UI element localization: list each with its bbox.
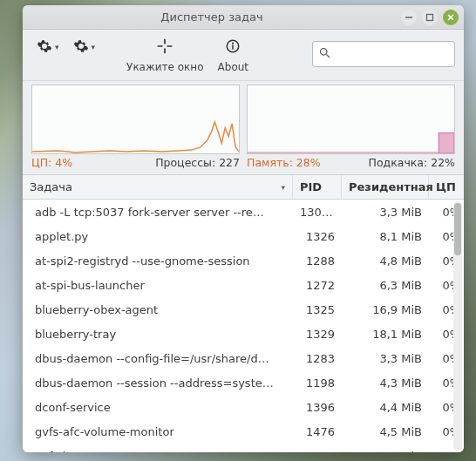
table-row[interactable]: applet.py13268,1 MiB0%	[23, 224, 464, 248]
cpu-graph	[31, 85, 240, 154]
cell-task: gvfs-afc-volume-monitor	[23, 425, 293, 438]
close-button[interactable]	[443, 10, 459, 25]
select-window-button[interactable]: Укажите окно	[121, 35, 209, 73]
cell-memory: 18,1 MiB	[342, 328, 429, 341]
chevron-down-icon: ▾	[92, 43, 96, 51]
search-icon	[318, 46, 331, 62]
cell-pid: 1272	[293, 279, 342, 292]
svg-point-11	[321, 49, 328, 56]
column-cpu[interactable]: ЦП	[429, 175, 464, 199]
cell-memory: 4,3 MiB	[342, 376, 429, 390]
about-label: About	[218, 61, 248, 73]
cell-memory: 8,1 MiB	[342, 230, 429, 243]
about-button[interactable]: About	[213, 35, 254, 73]
memory-stat: Память: 28%	[247, 156, 321, 169]
cell-pid: 1325	[293, 303, 342, 316]
svg-rect-10	[233, 44, 235, 49]
search-field[interactable]	[312, 41, 455, 67]
cell-memory: 5,5 MiB	[342, 450, 429, 453]
cell-memory: 4,4 MiB	[342, 401, 429, 414]
column-memory[interactable]: Резидентная	[342, 175, 429, 199]
crosshair-icon	[156, 37, 173, 58]
cell-task: dconf-service	[23, 401, 293, 414]
cell-pid: 1476	[293, 425, 342, 438]
cell-pid: 13048	[293, 206, 342, 219]
scrollbar-thumb[interactable]	[454, 203, 461, 255]
table-row[interactable]: blueberry-obex-agent132516,9 MiB0%	[23, 297, 464, 322]
cell-pid: 1288	[293, 254, 342, 268]
cell-task: blueberry-obex-agent	[23, 303, 293, 316]
cell-memory: 4,8 MiB	[342, 254, 429, 268]
swap-stat: Подкачка: 22%	[369, 156, 456, 169]
info-icon	[225, 38, 241, 57]
svg-point-9	[232, 42, 234, 44]
cell-pid: 1396	[293, 401, 342, 414]
table-row[interactable]: at-spi2-registryd --use-gnome-session128…	[23, 248, 464, 273]
process-count: Процессы: 227	[155, 156, 240, 169]
column-pid[interactable]: PID	[293, 175, 342, 199]
task-manager-window: Диспетчер задач ▾ ▾	[23, 5, 464, 452]
stats-bar: ЦП: 4% Процессы: 227 Память: 28% Подкачк…	[23, 154, 464, 175]
maximize-button[interactable]	[422, 10, 438, 25]
table-row[interactable]: dconf-service13964,4 MiB0%	[23, 395, 464, 419]
cpu-stat: ЦП: 4%	[31, 156, 72, 169]
svg-rect-13	[439, 133, 454, 153]
gear-icon	[73, 38, 89, 57]
process-list: adb -L tcp:5037 fork-server server --re……	[23, 200, 464, 452]
table-row[interactable]: gvfsd12755,5 MiB0%	[23, 444, 464, 452]
cell-task: dbus-daemon --session --address=syste…	[23, 376, 293, 390]
cell-pid: 1283	[293, 352, 342, 365]
cell-pid: 1198	[293, 376, 342, 390]
table-row[interactable]: gvfs-afc-volume-monitor14764,5 MiB0%	[23, 419, 464, 444]
gear-icon	[37, 38, 52, 57]
toolbar: ▾ ▾ Укажите окно	[23, 30, 464, 81]
table-row[interactable]: dbus-daemon --session --address=syste…11…	[23, 370, 464, 395]
cell-task: adb -L tcp:5037 fork-server server --re…	[23, 206, 293, 219]
cell-pid: 1329	[293, 328, 342, 341]
cell-memory: 6,3 MiB	[342, 279, 429, 292]
window-title: Диспетчер задач	[28, 10, 396, 24]
table-row[interactable]: dbus-daemon --config-file=/usr/share/d…1…	[23, 346, 464, 370]
cell-task: blueberry-tray	[23, 328, 293, 341]
sort-indicator-icon: ▾	[281, 183, 285, 192]
column-task[interactable]: Задача ▾	[23, 175, 293, 199]
svg-rect-1	[427, 14, 433, 20]
cell-memory: 4,5 MiB	[342, 425, 429, 438]
cell-pid: 1326	[293, 230, 342, 243]
cell-task: applet.py	[23, 230, 293, 243]
cell-pid: 1275	[293, 450, 342, 453]
table-header: Задача ▾ PID Резидентная ЦП	[23, 175, 464, 200]
cell-task: dbus-daemon --config-file=/usr/share/d…	[23, 352, 293, 365]
chevron-down-icon: ▾	[55, 43, 59, 51]
cell-task: at-spi-bus-launcher	[23, 279, 293, 292]
search-input[interactable]	[331, 48, 464, 61]
table-row[interactable]: blueberry-tray132918,1 MiB0%	[23, 322, 464, 346]
titlebar[interactable]: Диспетчер задач	[23, 5, 464, 30]
settings-menu-1[interactable]: ▾	[31, 35, 65, 73]
memory-graph	[247, 85, 455, 154]
table-row[interactable]: at-spi-bus-launcher12726,3 MiB0%	[23, 273, 464, 297]
scrollbar[interactable]	[453, 201, 462, 451]
graphs-panel	[23, 81, 464, 154]
cell-task: at-spi2-registryd --use-gnome-session	[23, 254, 293, 268]
minimize-button[interactable]	[401, 10, 417, 25]
select-window-label: Укажите окно	[126, 61, 204, 73]
cell-memory: 3,3 MiB	[342, 352, 429, 365]
cell-memory: 16,9 MiB	[342, 303, 429, 316]
cell-task: gvfsd	[23, 450, 293, 453]
cell-memory: 3,3 MiB	[342, 206, 429, 219]
table-row[interactable]: adb -L tcp:5037 fork-server server --re……	[23, 200, 464, 224]
settings-menu-2[interactable]: ▾	[68, 35, 101, 73]
svg-line-12	[326, 54, 330, 58]
